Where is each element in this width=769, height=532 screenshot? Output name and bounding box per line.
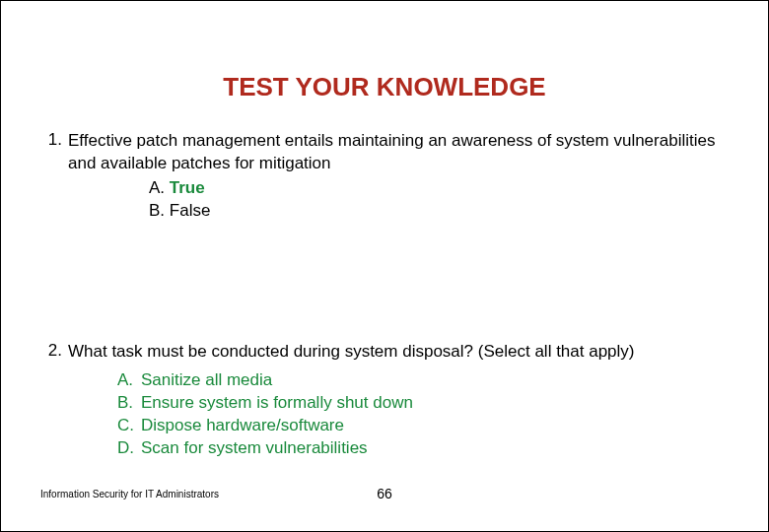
q2-option-a: A. Sanitize all media — [117, 369, 729, 392]
q2-option-b-label: B. — [117, 392, 141, 415]
q2-option-a-label: A. — [117, 369, 141, 392]
q2-text: What task must be conducted during syste… — [68, 341, 729, 364]
footer-text: Information Security for IT Administrato… — [40, 489, 219, 499]
q2-option-d-label: D. — [117, 437, 141, 460]
q1-options: A. True B. False — [149, 177, 729, 223]
q2-number: 2. — [40, 341, 68, 361]
q2-option-b-text: Ensure system is formally shut down — [141, 392, 413, 415]
q1-text: Effective patch management entails maint… — [68, 130, 729, 175]
q2-option-a-text: Sanitize all media — [141, 369, 272, 392]
q2-option-b: B. Ensure system is formally shut down — [117, 392, 729, 415]
q1-option-b-label: B. — [149, 201, 170, 220]
q1-option-a: A. True — [149, 177, 729, 200]
page-number: 66 — [377, 486, 392, 501]
q2-option-d: D. Scan for system vulnerabilities — [117, 437, 729, 460]
question-2: 2. What task must be conducted during sy… — [40, 341, 729, 460]
q1-option-a-text: True — [170, 178, 205, 197]
q2-option-d-text: Scan for system vulnerabilities — [141, 437, 368, 460]
q1-option-a-label: A. — [149, 178, 170, 197]
slide-title: TEST YOUR KNOWLEDGE — [1, 72, 768, 102]
q2-option-c-label: C. — [117, 415, 141, 437]
q1-option-b: B. False — [149, 200, 729, 223]
q1-option-b-text: False — [170, 201, 211, 220]
question-1: 1. Effective patch management entails ma… — [40, 130, 729, 223]
q2-option-c: C. Dispose hardware/software — [117, 415, 729, 437]
q2-options: A. Sanitize all media B. Ensure system i… — [117, 369, 729, 460]
q2-option-c-text: Dispose hardware/software — [141, 415, 344, 437]
q1-number: 1. — [40, 130, 68, 150]
